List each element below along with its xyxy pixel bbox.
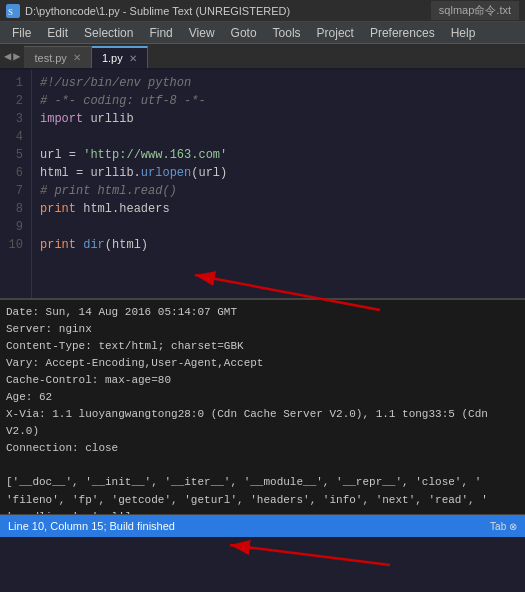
tab-test-py-close[interactable]: ✕ (73, 52, 81, 63)
code-line-1: #!/usr/bin/env python (40, 74, 517, 92)
status-left: Line 10, Column 15; Build finished (8, 520, 175, 532)
window-title: D:\pythoncode\1.py - Sublime Text (UNREG… (25, 5, 290, 17)
code-line-2: # -*- coding: utf-8 -*- (40, 92, 517, 110)
menu-bar: File Edit Selection Find View Goto Tools… (0, 22, 525, 44)
tab-nav-left[interactable]: ◀ (4, 49, 11, 64)
title-tab: sqlmap命令.txt (431, 1, 519, 20)
menu-selection[interactable]: Selection (76, 22, 141, 43)
status-tab-label: Tab ⊗ (490, 521, 517, 532)
code-line-4 (40, 128, 517, 146)
tabs-bar: ◀ ▶ test.py ✕ 1.py ✕ (0, 44, 525, 70)
status-bar: Line 10, Column 15; Build finished Tab ⊗ (0, 515, 525, 537)
menu-tools[interactable]: Tools (265, 22, 309, 43)
tab-test-py[interactable]: test.py ✕ (24, 46, 91, 68)
output-line-9 (6, 457, 519, 474)
code-line-6: html = urllib.urlopen(url) (40, 164, 517, 182)
output-line-10: ['__doc__', '__init__', '__iter__', '__m… (6, 474, 519, 491)
code-line-3: import urllib (40, 110, 517, 128)
status-right: Tab ⊗ (490, 521, 517, 532)
code-line-9 (40, 218, 517, 236)
line-numbers: 1 2 3 4 5 6 7 8 9 10 (0, 70, 32, 298)
code-content[interactable]: #!/usr/bin/env python # -*- coding: utf-… (32, 70, 525, 298)
title-bar: S D:\pythoncode\1.py - Sublime Text (UNR… (0, 0, 525, 22)
menu-project[interactable]: Project (309, 22, 362, 43)
output-line-11: 'fileno', 'fp', 'getcode', 'geturl', 'he… (6, 492, 519, 509)
output-panel: Date: Sun, 14 Aug 2016 05:14:07 GMT Serv… (0, 300, 525, 515)
menu-edit[interactable]: Edit (39, 22, 76, 43)
code-line-7: # print html.read() (40, 182, 517, 200)
menu-find[interactable]: Find (141, 22, 180, 43)
output-line-8: Connection: close (6, 440, 519, 457)
output-line-5: Age: 62 (6, 389, 519, 406)
editor-area[interactable]: 1 2 3 4 5 6 7 8 9 10 #!/usr/bin/env pyth… (0, 70, 525, 300)
tab-test-py-label: test.py (34, 52, 66, 64)
code-line-10: print dir(html) (40, 236, 517, 254)
tab-nav-arrows[interactable]: ◀ ▶ (0, 45, 24, 68)
output-line-2: Content-Type: text/html; charset=GBK (6, 338, 519, 355)
output-line-6: X-Via: 1.1 luoyangwangtong28:0 (Cdn Cach… (6, 406, 519, 423)
code-line-8: print html.headers (40, 200, 517, 218)
tab-1-py[interactable]: 1.py ✕ (92, 46, 148, 68)
svg-line-5 (230, 545, 390, 565)
menu-view[interactable]: View (181, 22, 223, 43)
output-line-0: Date: Sun, 14 Aug 2016 05:14:07 GMT (6, 304, 519, 321)
menu-file[interactable]: File (4, 22, 39, 43)
status-text: Line 10, Column 15; Build finished (8, 520, 175, 532)
code-line-5: url = 'http://www.163.com' (40, 146, 517, 164)
output-line-3: Vary: Accept-Encoding,User-Agent,Accept (6, 355, 519, 372)
svg-text:S: S (8, 7, 13, 17)
menu-goto[interactable]: Goto (223, 22, 265, 43)
menu-preferences[interactable]: Preferences (362, 22, 443, 43)
output-line-7: V2.0) (6, 423, 519, 440)
output-line-4: Cache-Control: max-age=80 (6, 372, 519, 389)
app-icon: S (6, 4, 20, 18)
tab-1-py-label: 1.py (102, 52, 123, 64)
tab-nav-right[interactable]: ▶ (13, 49, 20, 64)
output-line-1: Server: nginx (6, 321, 519, 338)
menu-help[interactable]: Help (443, 22, 484, 43)
tab-1-py-close[interactable]: ✕ (129, 53, 137, 64)
